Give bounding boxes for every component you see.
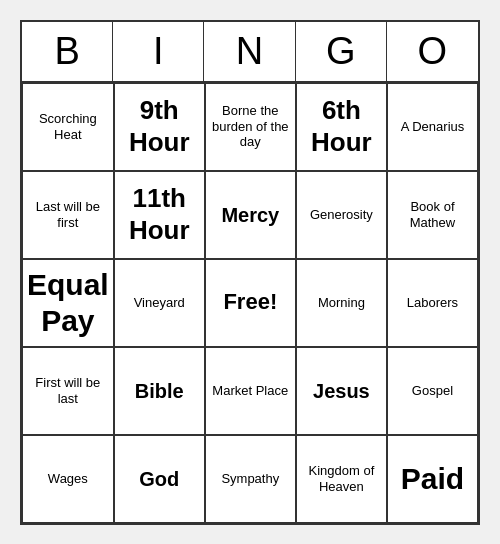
- header-letter: O: [387, 22, 478, 81]
- bingo-cell: First will be last: [22, 347, 114, 435]
- bingo-cell: Last will be first: [22, 171, 114, 259]
- bingo-cell: Morning: [296, 259, 387, 347]
- header-letter: I: [113, 22, 204, 81]
- bingo-card: BINGO Scorching Heat9th HourBorne the bu…: [20, 20, 480, 525]
- bingo-grid: Scorching Heat9th HourBorne the burden o…: [22, 83, 478, 523]
- bingo-cell: Free!: [205, 259, 296, 347]
- bingo-cell: Wages: [22, 435, 114, 523]
- bingo-cell: Scorching Heat: [22, 83, 114, 171]
- bingo-cell: Book of Mathew: [387, 171, 478, 259]
- header-letter: G: [296, 22, 387, 81]
- bingo-cell: God: [114, 435, 205, 523]
- header-letter: N: [204, 22, 295, 81]
- bingo-cell: Mercy: [205, 171, 296, 259]
- bingo-cell: Paid: [387, 435, 478, 523]
- bingo-cell: Borne the burden of the day: [205, 83, 296, 171]
- bingo-cell: Vineyard: [114, 259, 205, 347]
- bingo-cell: Kingdom of Heaven: [296, 435, 387, 523]
- bingo-cell: Laborers: [387, 259, 478, 347]
- bingo-cell: Market Place: [205, 347, 296, 435]
- bingo-cell: Jesus: [296, 347, 387, 435]
- bingo-header: BINGO: [22, 22, 478, 83]
- bingo-cell: Gospel: [387, 347, 478, 435]
- bingo-cell: Generosity: [296, 171, 387, 259]
- bingo-cell: 6th Hour: [296, 83, 387, 171]
- bingo-cell: 9th Hour: [114, 83, 205, 171]
- bingo-cell: Bible: [114, 347, 205, 435]
- bingo-cell: A Denarius: [387, 83, 478, 171]
- bingo-cell: Sympathy: [205, 435, 296, 523]
- header-letter: B: [22, 22, 113, 81]
- bingo-cell: Equal Pay: [22, 259, 114, 347]
- bingo-cell: 11th Hour: [114, 171, 205, 259]
